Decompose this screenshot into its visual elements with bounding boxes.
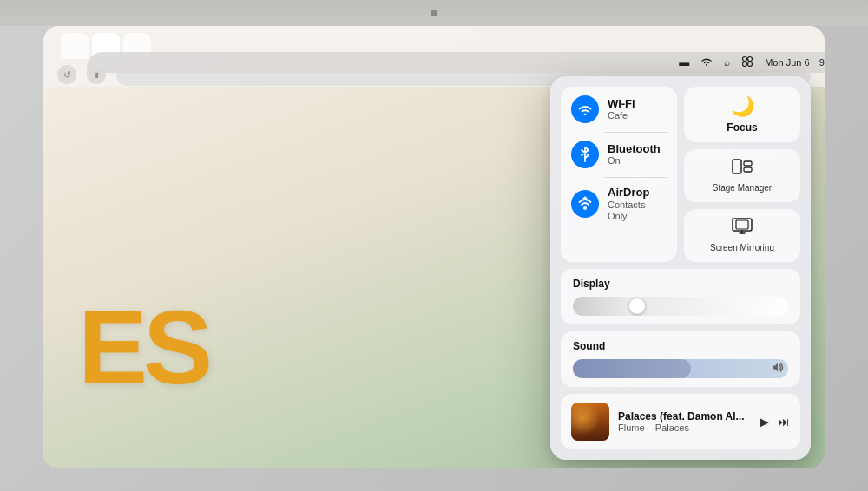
- battery-indicator: ▬: [679, 56, 689, 69]
- now-playing-section: Palaces (feat. Damon Al... Flume – Palac…: [561, 394, 800, 449]
- focus-tile[interactable]: 🌙 Focus: [684, 87, 800, 142]
- svg-rect-10: [736, 220, 748, 229]
- svg-point-4: [584, 114, 587, 116]
- fast-forward-button[interactable]: ⏭: [778, 415, 790, 429]
- svg-point-2: [743, 62, 747, 66]
- ipad-top-bar: [0, 0, 868, 26]
- focus-label: Focus: [727, 121, 757, 134]
- stage-manager-tile[interactable]: Stage Manager: [684, 149, 800, 202]
- play-button[interactable]: ▶: [760, 415, 769, 429]
- wifi-item[interactable]: Wi-Fi Cafe: [561, 87, 677, 132]
- sound-title: Sound: [573, 340, 788, 352]
- ipad-screen: ES ↺ ⬆ ▬: [43, 26, 825, 468]
- sound-slider-fill: [573, 359, 691, 378]
- big-letters: ES: [78, 295, 208, 399]
- cc-top-grid: Wi-Fi Cafe Bluetooth: [561, 87, 800, 262]
- svg-point-0: [743, 56, 747, 61]
- now-playing-artist: Flume – Palaces: [618, 422, 751, 433]
- bluetooth-title: Bluetooth: [608, 142, 661, 156]
- battery-icon: ▬: [679, 56, 689, 69]
- sound-max-icon: [771, 361, 785, 377]
- svg-rect-6: [733, 160, 741, 173]
- bluetooth-item[interactable]: Bluetooth On: [561, 132, 677, 177]
- sound-slider-container: [573, 359, 788, 378]
- search-menu-item[interactable]: ⌕: [724, 56, 730, 69]
- bluetooth-toggle-icon[interactable]: [571, 141, 599, 168]
- date-display: Mon Jun 6: [765, 57, 809, 68]
- display-slider-thumb[interactable]: [629, 298, 645, 314]
- airdrop-title: AirDrop: [608, 186, 667, 200]
- menu-bar: ▬ ⌕: [87, 52, 825, 73]
- wifi-subtitle: Cafe: [608, 110, 635, 121]
- display-title: Display: [573, 278, 788, 290]
- svg-point-3: [748, 62, 753, 66]
- ipad-frame: ES ↺ ⬆ ▬: [0, 0, 868, 491]
- wifi-title: Wi-Fi: [608, 97, 635, 111]
- sound-section: Sound: [561, 331, 800, 387]
- back-button[interactable]: ↺: [57, 65, 76, 84]
- search-icon: ⌕: [724, 56, 730, 69]
- bluetooth-text: Bluetooth On: [608, 142, 661, 167]
- sound-slider[interactable]: [573, 359, 788, 378]
- stage-manager-icon: [732, 158, 753, 180]
- airdrop-toggle-icon[interactable]: [571, 190, 599, 218]
- screen-mirroring-label: Screen Mirroring: [710, 243, 774, 253]
- airdrop-subtitle: Contacts Only: [608, 200, 667, 222]
- wifi-text: Wi-Fi Cafe: [608, 97, 635, 122]
- now-playing-title: Palaces (feat. Damon Al...: [618, 410, 751, 422]
- screen-mirroring-icon: [732, 218, 753, 239]
- control-center-icon: [740, 55, 754, 71]
- stage-manager-label: Stage Manager: [713, 183, 772, 193]
- screen-mirroring-tile[interactable]: Screen Mirroring: [684, 209, 800, 262]
- time-display: 9:41 AM: [819, 57, 825, 68]
- wifi-toggle-icon[interactable]: [571, 95, 599, 123]
- wifi-icon: [700, 56, 713, 69]
- airdrop-item[interactable]: AirDrop Contacts Only: [561, 177, 677, 231]
- display-section: Display: [561, 269, 800, 324]
- control-center-menu-item[interactable]: [740, 55, 754, 71]
- album-art: [571, 403, 609, 441]
- focus-moon-icon: 🌙: [731, 95, 754, 118]
- date-time: Mon Jun 6 9:41 AM: [765, 57, 825, 68]
- display-slider[interactable]: [573, 297, 788, 316]
- wifi-indicator: [700, 56, 713, 69]
- now-playing-text: Palaces (feat. Damon Al... Flume – Palac…: [618, 410, 751, 433]
- airdrop-text: AirDrop Contacts Only: [608, 186, 667, 222]
- now-playing-controls: ▶ ⏭: [760, 415, 790, 429]
- svg-rect-7: [744, 161, 752, 166]
- svg-point-1: [748, 56, 753, 61]
- bluetooth-subtitle: On: [608, 155, 661, 167]
- camera-notch: [431, 10, 437, 16]
- connectivity-tile: Wi-Fi Cafe Bluetooth: [561, 87, 677, 262]
- display-slider-fill: [573, 297, 637, 316]
- album-art-inner: [571, 403, 609, 441]
- browser-tab-1[interactable]: [61, 33, 89, 59]
- svg-rect-8: [744, 167, 752, 172]
- control-center-panel: Wi-Fi Cafe Bluetooth: [550, 76, 811, 460]
- svg-point-5: [583, 206, 587, 210]
